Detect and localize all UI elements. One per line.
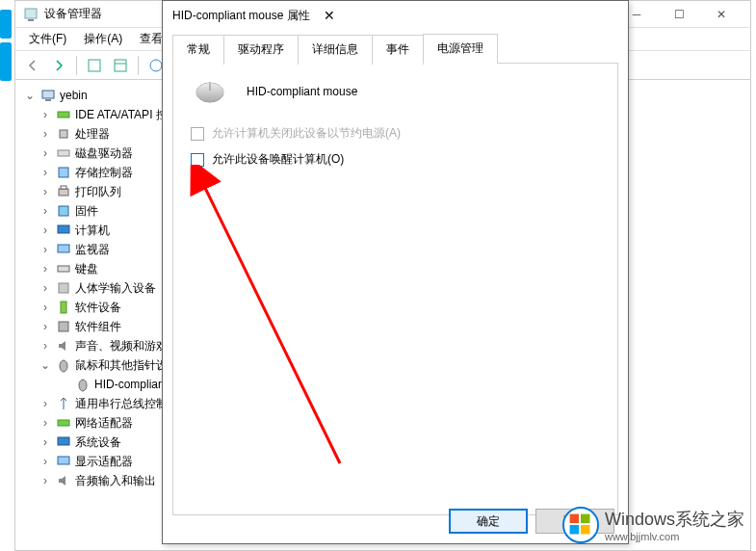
caret-down-icon[interactable]: ⌄ [23,89,37,102]
tree-root-label: yebin [60,89,88,102]
watermark-url: www.bjjmlv.com [605,531,744,542]
svg-rect-8 [45,99,51,101]
network-icon [56,415,71,431]
caret-right-icon[interactable]: › [39,185,52,198]
dialog-title-text: HID-compliant mouse 属性 [172,8,310,24]
svg-rect-26 [58,457,69,464]
checkbox-label: 允许此设备唤醒计算机(O) [212,151,344,168]
svg-rect-11 [58,150,69,156]
checkbox-icon [191,127,204,141]
storage-icon [56,165,71,180]
svg-rect-24 [58,420,69,426]
svg-rect-3 [115,60,126,71]
monitor-icon [56,242,71,257]
svg-rect-33 [581,514,590,524]
software-component-icon [56,319,71,334]
caret-right-icon[interactable]: › [39,455,52,468]
watermark-brand: Windows系统之家 [605,510,744,529]
checkbox-icon[interactable] [191,153,204,167]
svg-rect-35 [581,525,590,535]
checkbox-allow-poweroff: 允许计算机关闭此设备以节约电源(A) [191,125,600,142]
windows-logo-icon [562,507,599,543]
tool-forward[interactable] [47,54,70,77]
caret-right-icon[interactable]: › [39,416,52,430]
checkbox-allow-wake[interactable]: 允许此设备唤醒计算机(O) [191,151,600,168]
dialog-titlebar: HID-compliant mouse 属性 ✕ [163,1,628,30]
caret-right-icon[interactable]: › [39,281,52,295]
dialog-tabs: 常规 驱动程序 详细信息 事件 电源管理 [172,34,618,64]
caret-right-icon[interactable]: › [39,435,52,449]
svg-point-23 [79,380,87,391]
hid-icon [56,280,71,296]
svg-rect-20 [61,302,66,313]
audio-icon [56,338,71,354]
caret-right-icon[interactable]: › [39,127,52,141]
maximize-button[interactable]: ☐ [658,1,700,28]
svg-rect-1 [28,19,34,21]
caret-right-icon[interactable]: › [39,262,52,276]
caret-right-icon[interactable]: › [39,339,52,353]
software-device-icon [56,300,71,315]
caret-right-icon[interactable]: › [39,166,52,179]
tab-driver[interactable]: 驱动程序 [223,35,299,65]
mouse-icon [75,377,91,392]
tab-details[interactable]: 详细信息 [298,35,373,65]
caret-down-icon[interactable]: ⌄ [39,358,52,372]
device-name-label: HID-compliant mouse [247,85,357,98]
audio-io-icon [56,473,71,488]
caret-right-icon[interactable]: › [39,108,52,121]
caret-right-icon[interactable]: › [39,397,52,410]
caret-right-icon[interactable]: › [39,243,52,256]
decorative-sidebar [0,10,13,549]
usb-icon [56,396,71,411]
mouse-large-icon [191,77,229,106]
caret-right-icon[interactable]: › [39,223,52,237]
tab-content-power: HID-compliant mouse 允许计算机关闭此设备以节约电源(A) 允… [172,63,618,515]
menu-file[interactable]: 文件(F) [21,28,74,50]
svg-rect-15 [59,206,68,216]
svg-rect-21 [59,322,68,331]
tab-events[interactable]: 事件 [372,35,424,65]
tool-properties[interactable] [83,54,106,77]
tool-back[interactable] [21,54,44,77]
system-icon [56,434,71,450]
ok-button[interactable]: 确定 [449,509,528,534]
svg-point-22 [60,360,67,372]
svg-rect-2 [89,60,100,71]
firmware-icon [56,203,71,219]
computer-icon [40,88,56,103]
ide-icon [56,107,71,122]
computer-icon [56,223,71,238]
close-button[interactable]: ✕ [700,1,743,28]
svg-rect-19 [59,283,68,293]
cpu-icon [56,126,71,142]
dialog-close-button[interactable]: ✕ [310,2,349,29]
caret-right-icon[interactable]: › [39,474,52,487]
menu-action[interactable]: 操作(A) [76,28,130,50]
svg-rect-18 [58,266,69,272]
svg-rect-25 [58,437,69,445]
svg-point-5 [150,60,162,71]
tool-view[interactable] [109,54,132,77]
caret-right-icon[interactable]: › [39,301,52,314]
tab-power[interactable]: 电源管理 [423,34,498,64]
caret-right-icon[interactable]: › [39,146,52,160]
svg-rect-17 [58,245,69,252]
svg-rect-14 [61,186,66,189]
mouse-icon [56,357,71,373]
svg-rect-12 [59,168,68,177]
tab-general[interactable]: 常规 [172,35,224,65]
printer-icon [56,184,71,199]
svg-rect-34 [570,525,580,535]
svg-rect-16 [58,225,69,233]
devmgr-icon [23,7,39,22]
devmgr-title-text: 设备管理器 [44,6,102,22]
watermark: Windows系统之家 www.bjjmlv.com [562,507,744,543]
svg-rect-0 [25,9,37,18]
svg-rect-7 [42,91,54,98]
svg-rect-13 [59,189,68,196]
svg-rect-32 [570,514,580,524]
caret-right-icon[interactable]: › [39,320,52,333]
caret-right-icon[interactable]: › [39,204,52,218]
disk-icon [56,145,71,161]
